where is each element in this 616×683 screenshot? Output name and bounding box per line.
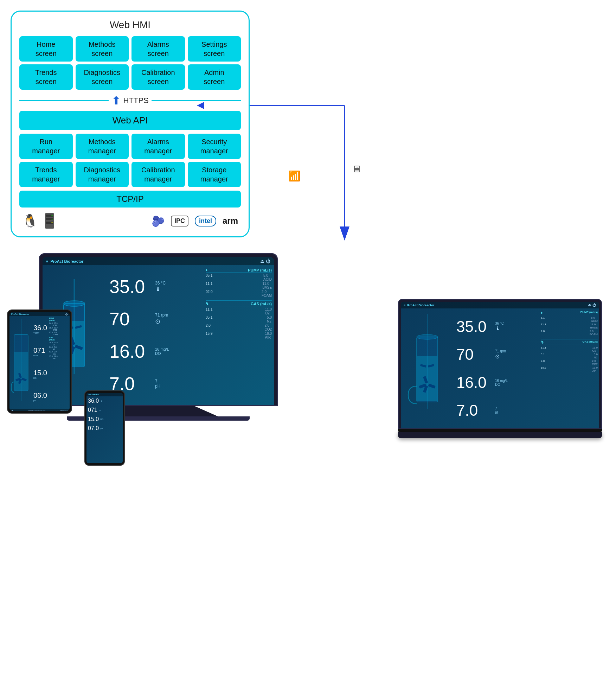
phone-screen: ProAct Bio 36.0 🌡 071 ⊙ 15.0 DO <box>86 393 123 463</box>
security-manager-btn[interactable]: Securitymanager <box>188 134 241 159</box>
trends-manager-btn[interactable]: Trendsmanager <box>19 162 73 187</box>
run-manager-btn[interactable]: Runmanager <box>19 134 73 159</box>
tablet-stop-icon: ⏹ <box>11 410 13 411</box>
tablet-status: Running <box>60 410 68 411</box>
tablet-bioreactor-visual <box>11 317 32 408</box>
monitor-screen: ≡ ProAct Bioreactor ⏏ ⏻ <box>43 257 274 405</box>
phone-rpm-value: 071 <box>88 407 97 413</box>
monitor-temp-row: 35.0 36 °C 🌡 <box>109 276 200 297</box>
monitor-temp-value: 35.0 <box>109 276 152 297</box>
alarms-manager-btn[interactable]: Alarmsmanager <box>131 134 185 159</box>
tablet-power-icon: ⏻ <box>65 313 68 315</box>
monitor-temp-icon: 🌡 <box>155 286 166 293</box>
laptop-bioreactor-panel <box>401 308 454 428</box>
laptop-gas-section: ↯ GAS (mL/s) 11.111.0O2 5.15.0N2 2.02.0C… <box>541 340 598 372</box>
laptop-ph-row: 7.0 7 pH <box>456 402 537 419</box>
laptop-pump-base: 11.111.0BASE <box>541 323 598 329</box>
https-label: HTTPS <box>123 96 148 105</box>
tablet-topbar: ProAct Bioreactor ⏻ <box>9 312 70 316</box>
phone-do-label: DO <box>100 418 103 420</box>
monitor-do-label: DO <box>155 351 169 356</box>
storage-manager-btn[interactable]: Storagemanager <box>188 162 241 187</box>
laptop-do-unit: 16 mg/L <box>495 379 508 383</box>
diagnostics-screen-btn[interactable]: Diagnosticsscreen <box>76 64 129 90</box>
laptop-readings-panel: 35.0 36 °C 🌡 70 71 rpm ⊙ <box>454 308 539 428</box>
admin-screen-btn[interactable]: Adminscreen <box>188 64 241 90</box>
laptop-gas-air: 15.916.0Air <box>541 366 598 372</box>
https-row: ⬆ HTTPS <box>19 94 241 107</box>
laptop-title: ProAct Bioreactor <box>407 304 434 307</box>
tcpip-bar: TCP/IP <box>19 191 241 208</box>
tablet-frame: ProAct Bioreactor ⏻ <box>7 309 72 414</box>
phone-ph-label: pH <box>100 427 103 429</box>
laptop-ph-label: pH <box>495 410 500 414</box>
tablet-screen: ProAct Bioreactor ⏻ <box>9 312 70 411</box>
laptop-rpm-row: 70 71 rpm ⊙ <box>456 346 537 363</box>
monitor-ph-label: pH <box>155 384 160 389</box>
laptop-rpm-value: 70 <box>456 346 492 363</box>
laptop-temp-unit: 36 °C <box>495 321 504 325</box>
monitor-do-value: 16.0 <box>109 341 152 362</box>
phone-content: 36.0 🌡 071 ⊙ 15.0 DO 07.0 pH <box>86 396 123 433</box>
phone-temp-value: 36.0 <box>88 398 99 404</box>
svg-point-5 <box>52 219 53 220</box>
laptop-topbar: ≡ ProAct Bioreactor ⏏ ⏻ <box>401 302 599 308</box>
monitor-do-row: 16.0 16 mg/L DO <box>109 341 200 362</box>
monitor-stand <box>39 406 278 416</box>
tablet-title: ProAct Bioreactor <box>11 313 29 315</box>
calibration-screen-btn[interactable]: Calibrationscreen <box>131 64 185 90</box>
svg-point-6 <box>52 222 53 223</box>
tablet-temp-value: 36.0 <box>33 324 47 332</box>
laptop-ph-detail: 7 pH <box>495 407 500 414</box>
calibration-manager-btn[interactable]: Calibrationmanager <box>131 162 185 187</box>
monitor-gas-section: ↯ GAS (mL/s) 11.111.0O2 05.15.0N2 2.02.0… <box>206 302 272 339</box>
monitor-frame: ≡ ProAct Bioreactor ⏏ ⏻ <box>39 253 278 406</box>
intel-badge: intel <box>195 216 216 226</box>
diagnostics-manager-btn[interactable]: Diagnosticsmanager <box>76 162 129 187</box>
gas-row-air: 15.916.0AIR <box>206 332 272 339</box>
https-arrow: ⬆ HTTPS <box>111 94 148 107</box>
monitor-rpm-detail: 71 rpm ⊙ <box>155 313 168 325</box>
web-api-label: Web API <box>113 115 148 126</box>
screen-grid: Homescreen Methodsscreen Alarmsscreen Se… <box>19 36 241 90</box>
laptop-do-label: DO <box>495 383 508 387</box>
phone-device: ProAct Bio 36.0 🌡 071 ⊙ 15.0 DO <box>84 390 125 466</box>
phone-frame: ProAct Bio 36.0 🌡 071 ⊙ 15.0 DO <box>84 390 125 466</box>
gas-row-n2: 05.15.0N2 <box>206 315 272 323</box>
laptop-temp-icon: 🌡 <box>495 325 504 332</box>
methods-screen-btn[interactable]: Methodsscreen <box>76 36 129 62</box>
home-screen-btn[interactable]: Homescreen <box>19 36 73 62</box>
laptop-gas-n2: 5.15.0N2 <box>541 353 598 359</box>
laptop-temp-detail: 36 °C 🌡 <box>495 321 504 332</box>
tablet-ph-row: 06.0 pH <box>33 391 47 402</box>
phone-ph-row: 07.0 pH <box>88 425 121 432</box>
phone-temp-row: 36.0 🌡 <box>88 398 121 404</box>
devices-area: ≡ ProAct Bioreactor ⏏ ⏻ <box>0 239 616 683</box>
gas-row-o2: 11.111.0O2 <box>206 307 272 315</box>
web-hmi-title: Web HMI <box>19 19 241 31</box>
trends-screen-btn[interactable]: Trendsscreen <box>19 64 73 90</box>
monitor-rpm-row: 70 71 rpm ⊙ <box>109 308 200 330</box>
tablet-rpm-value: 071 <box>33 346 47 355</box>
monitor-device: ≡ ProAct Bioreactor ⏏ ⏻ <box>39 253 278 421</box>
monitor-pump-section: ♦ PUMP (mL/s) 05.15.0ACID 11.111.0BASE 0… <box>206 268 272 298</box>
phone-do-value: 15.0 <box>88 416 99 422</box>
tablet-content: 36.0 TEMP 071 RPM 15.0 DO 06.0 <box>9 316 70 409</box>
server-icon <box>44 213 55 229</box>
laptop-temp-row: 35.0 36 °C 🌡 <box>456 318 537 336</box>
monitor-do-detail: 16 mg/L DO <box>155 347 169 356</box>
settings-screen-btn[interactable]: Settingsscreen <box>188 36 241 62</box>
methods-manager-btn[interactable]: Methodsmanager <box>76 134 129 159</box>
laptop-gas-header: ↯ GAS (mL/s) <box>541 340 598 345</box>
tablet-readings: 36.0 TEMP 071 RPM 15.0 DO 06.0 <box>32 316 49 409</box>
tablet-rpm-row: 071 RPM <box>33 346 47 357</box>
manager-grid: Runmanager Methodsmanager Alarmsmanager … <box>19 134 241 187</box>
platform-icons-row: 🐧 🫐 IPC intel arm <box>19 212 241 230</box>
linux-icon: 🐧 <box>22 213 38 228</box>
alarms-screen-btn[interactable]: Alarmsscreen <box>131 36 185 62</box>
arm-badge: arm <box>223 216 238 226</box>
web-api-bar: Web API <box>19 111 241 130</box>
svg-rect-26 <box>14 352 28 390</box>
pump-row-acid: 05.15.0ACID <box>206 274 272 281</box>
laptop-do-detail: 16 mg/L DO <box>495 379 508 387</box>
